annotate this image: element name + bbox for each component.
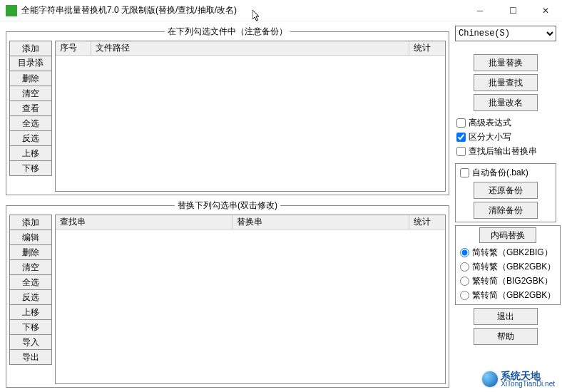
strings-button-list: 添加 编辑 删除 清空 全选 反选 上移 下移 导入 导出 bbox=[9, 215, 52, 384]
options-group: 高级表达式 区分大小写 查找后输出替换串 bbox=[455, 114, 556, 160]
encoding-group: 内码替换 简转繁（GBK2BIG） 简转繁（GBK2GBK） 繁转简（BIG2G… bbox=[455, 225, 561, 305]
backup-group: 自动备份(.bak) 还原备份 清除备份 bbox=[455, 163, 556, 222]
strings-col-find[interactable]: 查找串 bbox=[56, 215, 233, 229]
files-add-folder-button[interactable]: 目录添加 bbox=[9, 56, 52, 71]
clear-backup-button[interactable]: 清除备份 bbox=[474, 202, 538, 219]
minimize-button[interactable]: ─ bbox=[464, 0, 496, 21]
output-after-find-label: 查找后输出替换串 bbox=[469, 145, 537, 158]
adv-expr-label: 高级表达式 bbox=[469, 117, 511, 129]
batch-replace-button[interactable]: 批量替换 bbox=[474, 54, 538, 71]
files-move-down-button[interactable]: 下移 bbox=[9, 160, 52, 176]
output-after-find-input[interactable] bbox=[456, 147, 466, 156]
auto-backup-checkbox[interactable]: 自动备份(.bak) bbox=[460, 167, 551, 179]
strings-legend: 替换下列勾选串(双击修改) bbox=[175, 200, 280, 212]
strings-move-down-button[interactable]: 下移 bbox=[9, 319, 52, 335]
maximize-button[interactable]: ☐ bbox=[496, 0, 529, 21]
enc-t2s-gbk2gbk-label: 繁转简（GBK2GBK） bbox=[472, 289, 556, 301]
case-sensitive-input[interactable] bbox=[456, 133, 466, 142]
window-titlebar: 全能字符串批量替换机7.0 无限制版(替换/查找/抽取/改名) ─ ☐ ✕ bbox=[0, 0, 562, 21]
language-select[interactable]: Chinese(S) bbox=[455, 26, 556, 41]
enc-t2s-gbk2gbk-radio[interactable]: 繁转简（GBK2GBK） bbox=[460, 289, 556, 301]
enc-t2s-big2gbk-input[interactable] bbox=[460, 277, 469, 286]
strings-group: 替换下列勾选串(双击修改) 添加 编辑 删除 清空 全选 反选 上移 下移 导入… bbox=[6, 200, 449, 388]
enc-t2s-big2gbk-label: 繁转简（BIG2GBK） bbox=[472, 275, 553, 287]
batch-find-button[interactable]: 批量查找 bbox=[474, 74, 538, 91]
case-sensitive-label: 区分大小写 bbox=[469, 131, 511, 143]
files-invert-button[interactable]: 反选 bbox=[9, 130, 52, 146]
enc-s2t-gbk2gbk-input[interactable] bbox=[460, 262, 469, 272]
enc-s2t-gbk2big-input[interactable] bbox=[460, 248, 469, 257]
adv-expr-input[interactable] bbox=[456, 118, 466, 128]
enc-s2t-gbk2big-radio[interactable]: 简转繁（GBK2BIG） bbox=[460, 247, 556, 259]
strings-move-up-button[interactable]: 上移 bbox=[9, 304, 52, 320]
files-group: 在下列勾选文件中（注意备份） 添加 目录添加 删除 清空 查看 全选 反选 上移… bbox=[6, 26, 449, 195]
files-add-button[interactable]: 添加 bbox=[9, 41, 52, 56]
window-controls: ─ ☐ ✕ bbox=[464, 0, 562, 21]
auto-backup-input[interactable] bbox=[460, 168, 469, 177]
window-title: 全能字符串批量替换机7.0 无限制版(替换/查找/抽取/改名) bbox=[21, 4, 464, 16]
app-icon bbox=[6, 5, 17, 16]
files-select-all-button[interactable]: 全选 bbox=[9, 115, 52, 131]
enc-s2t-gbk2big-label: 简转繁（GBK2BIG） bbox=[472, 247, 553, 259]
files-button-list: 添加 目录添加 删除 清空 查看 全选 反选 上移 下移 bbox=[9, 41, 52, 192]
strings-edit-button[interactable]: 编辑 bbox=[9, 229, 52, 245]
files-delete-button[interactable]: 删除 bbox=[9, 71, 52, 86]
strings-select-all-button[interactable]: 全选 bbox=[9, 274, 52, 290]
enc-s2t-gbk2gbk-label: 简转繁（GBK2GBK） bbox=[472, 261, 556, 273]
case-sensitive-checkbox[interactable]: 区分大小写 bbox=[456, 131, 555, 143]
strings-clear-button[interactable]: 清空 bbox=[9, 259, 52, 275]
files-view-button[interactable]: 查看 bbox=[9, 100, 52, 116]
restore-backup-button[interactable]: 还原备份 bbox=[474, 182, 538, 199]
strings-delete-button[interactable]: 删除 bbox=[9, 244, 52, 260]
files-list-body[interactable] bbox=[56, 56, 445, 191]
strings-list-body[interactable] bbox=[56, 229, 445, 383]
enc-t2s-big2gbk-radio[interactable]: 繁转简（BIG2GBK） bbox=[460, 275, 556, 287]
strings-export-button[interactable]: 导出 bbox=[9, 349, 52, 365]
strings-add-button[interactable]: 添加 bbox=[9, 215, 52, 230]
strings-col-replace[interactable]: 替换串 bbox=[233, 215, 409, 229]
files-col-path[interactable]: 文件路径 bbox=[91, 41, 409, 56]
strings-col-stat[interactable]: 统计 bbox=[409, 215, 445, 229]
help-button[interactable]: 帮助 bbox=[474, 328, 538, 345]
enc-t2s-gbk2gbk-input[interactable] bbox=[460, 291, 469, 300]
files-legend: 在下列勾选文件中（注意备份） bbox=[165, 26, 290, 38]
files-clear-button[interactable]: 清空 bbox=[9, 86, 52, 101]
enc-s2t-gbk2gbk-radio[interactable]: 简转繁（GBK2GBK） bbox=[460, 261, 556, 273]
output-after-find-checkbox[interactable]: 查找后输出替换串 bbox=[456, 145, 555, 158]
exit-button[interactable]: 退出 bbox=[474, 308, 538, 325]
auto-backup-label: 自动备份(.bak) bbox=[472, 167, 528, 179]
files-listview[interactable]: 序号 文件路径 统计 bbox=[55, 41, 446, 192]
strings-listview[interactable]: 查找串 替换串 统计 bbox=[55, 215, 446, 384]
files-list-header: 序号 文件路径 统计 bbox=[56, 41, 445, 56]
batch-rename-button[interactable]: 批量改名 bbox=[474, 94, 538, 111]
files-col-stat[interactable]: 统计 bbox=[409, 41, 445, 56]
files-move-up-button[interactable]: 上移 bbox=[9, 145, 52, 161]
adv-expr-checkbox[interactable]: 高级表达式 bbox=[456, 117, 555, 129]
strings-list-header: 查找串 替换串 统计 bbox=[56, 215, 445, 229]
strings-import-button[interactable]: 导入 bbox=[9, 334, 52, 350]
files-col-seq[interactable]: 序号 bbox=[56, 41, 91, 56]
close-button[interactable]: ✕ bbox=[529, 0, 562, 21]
strings-invert-button[interactable]: 反选 bbox=[9, 289, 52, 305]
encoding-replace-button[interactable]: 内码替换 bbox=[479, 227, 536, 243]
